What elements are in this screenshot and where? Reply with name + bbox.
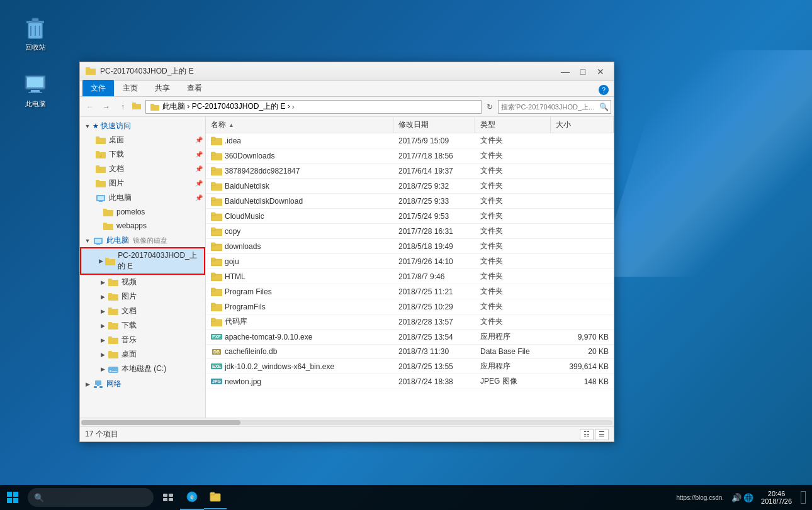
- this-pc-icon[interactable]: 此电脑: [13, 69, 58, 111]
- svg-rect-26: [98, 196, 104, 200]
- taskbar-search-icon: 🔍: [34, 493, 44, 502]
- table-row[interactable]: downloads 2018/5/18 19:49 文件夹: [206, 239, 614, 254]
- table-row[interactable]: 代码库 2018/2/28 13:57 文件夹: [206, 314, 614, 330]
- nav-item-desktop[interactable]: 桌面 📌: [80, 133, 205, 147]
- speaker-icon[interactable]: 🔊: [731, 493, 742, 502]
- network-header[interactable]: ▶ 网络: [80, 377, 205, 391]
- table-row[interactable]: DB cachefileinfo.db 2018/7/3 11:30 Data …: [206, 345, 614, 359]
- nav-item-downloads[interactable]: ↓ 下载 📌: [80, 147, 205, 162]
- network-tray-icon[interactable]: 🌐: [743, 493, 753, 502]
- minimize-button[interactable]: —: [557, 65, 573, 78]
- clock[interactable]: 20:46 2018/7/26: [756, 490, 797, 505]
- table-row[interactable]: 360Downloads 2017/7/18 18:56 文件夹: [206, 148, 614, 164]
- nav-item-documents[interactable]: 文档 📌: [80, 162, 205, 176]
- network-label: 网络: [106, 379, 121, 389]
- nav-item-local-disk[interactable]: ▶ 本地磁盘 (C:): [80, 362, 205, 376]
- show-desktop-button[interactable]: [797, 485, 809, 510]
- table-row[interactable]: HTML 2017/8/7 9:46 文件夹: [206, 269, 614, 284]
- nav-item-network-drive[interactable]: ▶ PC-20170403JHOD_上的 E: [80, 247, 205, 275]
- nav-item-desktop2[interactable]: ▶ 桌面: [80, 347, 205, 362]
- nav-item-images[interactable]: ▶ 图片: [80, 289, 205, 304]
- table-row[interactable]: goju 2017/9/26 14:10 文件夹: [206, 254, 614, 269]
- table-row[interactable]: CloudMusic 2017/5/24 9:53 文件夹: [206, 209, 614, 224]
- table-row[interactable]: BaiduNetdisk 2018/7/25 9:32 文件夹: [206, 179, 614, 194]
- svg-rect-93: [210, 492, 215, 495]
- explorer-window: PC-20170403JHOD_上的 E — □ ✕ 文件 主页 共享 查看 ?…: [79, 62, 614, 442]
- view-toggle-buttons: ☷ ☰: [580, 429, 609, 440]
- task-view-button[interactable]: [156, 485, 180, 510]
- file-name: Program Files: [225, 287, 272, 296]
- svg-rect-31: [103, 223, 107, 225]
- header-name[interactable]: 名称 ▲: [206, 117, 393, 133]
- forward-button[interactable]: →: [99, 99, 114, 114]
- up-button[interactable]: ↑: [115, 99, 130, 114]
- header-type[interactable]: 类型: [475, 117, 551, 133]
- nav-docs-label: 文档: [121, 306, 137, 316]
- horizontal-scrollbar[interactable]: [80, 418, 614, 426]
- table-row[interactable]: BaiduNetdiskDownload 2018/7/25 9:33 文件夹: [206, 194, 614, 209]
- table-row[interactable]: ProgramFils 2018/7/25 10:29 文件夹: [206, 299, 614, 314]
- header-date[interactable]: 修改日期: [393, 117, 475, 133]
- tab-file[interactable]: 文件: [82, 80, 114, 96]
- nav-item-videos[interactable]: ▶ 视频: [80, 275, 205, 289]
- file-size-cell: [551, 284, 614, 299]
- tab-view[interactable]: 查看: [179, 80, 210, 96]
- header-size[interactable]: 大小: [551, 117, 614, 133]
- file-date-cell: 2018/7/25 9:32: [393, 179, 475, 193]
- table-row[interactable]: 38789428ddc9821847 2017/6/14 19:37 文件夹: [206, 164, 614, 179]
- this-pc-section-header[interactable]: ▼ 此电脑 镜像的磁盘: [80, 234, 205, 247]
- recycle-bin-icon[interactable]: 回收站: [13, 13, 58, 55]
- taskbar-search[interactable]: 🔍: [28, 488, 154, 507]
- nav-item-docs[interactable]: ▶ 文档: [80, 304, 205, 318]
- file-date-cell: 2018/7/25 13:54: [393, 330, 475, 344]
- file-date-cell: 2017/9/26 14:10: [393, 254, 475, 269]
- file-type-cell: 应用程序: [475, 330, 551, 344]
- table-row[interactable]: .idea 2017/5/9 15:09 文件夹: [206, 133, 614, 148]
- tab-home[interactable]: 主页: [115, 80, 146, 96]
- refresh-button[interactable]: ↻: [483, 100, 497, 114]
- file-name: ProgramFils: [225, 302, 266, 311]
- nav-item-dl[interactable]: ▶ 下载: [80, 318, 205, 333]
- nav-item-pomelos[interactable]: pomelos: [80, 205, 205, 219]
- table-row[interactable]: EXE jdk-10.0.2_windows-x64_bin.exe 2018/…: [206, 359, 614, 374]
- maximize-button[interactable]: □: [575, 65, 591, 78]
- file-size-cell: [551, 254, 614, 269]
- address-path[interactable]: 此电脑 › PC-20170403JHOD_上的 E › ›: [145, 100, 482, 114]
- recycle-bin-img: [23, 15, 48, 40]
- file-size-cell: [551, 164, 614, 178]
- list-view-button[interactable]: ☷: [580, 429, 594, 440]
- downloads-icon: ↓: [95, 150, 106, 160]
- file-size-cell: 399,614 KB: [551, 359, 614, 374]
- svg-rect-22: [96, 165, 99, 168]
- svg-rect-69: [211, 228, 215, 231]
- file-icon: [211, 166, 222, 176]
- clock-time: 20:46: [768, 490, 786, 497]
- detail-view-button[interactable]: ☰: [595, 429, 609, 440]
- search-icon[interactable]: 🔍: [597, 100, 611, 114]
- close-button[interactable]: ✕: [592, 65, 609, 78]
- nav-item-pictures[interactable]: 图片 📌: [80, 176, 205, 191]
- file-size-cell: [551, 239, 614, 253]
- svg-rect-46: [108, 336, 112, 339]
- nav-item-webapps[interactable]: webapps: [80, 219, 205, 233]
- tab-share[interactable]: 共享: [147, 80, 178, 96]
- search-input[interactable]: [499, 101, 597, 113]
- nav-item-this-pc-quick[interactable]: 此电脑 📌: [80, 191, 205, 205]
- quick-access-header[interactable]: ▼ ★ 快速访问: [80, 119, 205, 133]
- back-button[interactable]: ←: [82, 99, 98, 114]
- table-row[interactable]: JPG newton.jpg 2018/7/24 18:38 JPEG 图像 1…: [206, 374, 614, 389]
- start-button[interactable]: [0, 485, 25, 510]
- explorer-taskbar-button[interactable]: [204, 485, 227, 509]
- file-name: 代码库: [225, 316, 247, 327]
- table-row[interactable]: copy 2017/7/28 16:31 文件夹: [206, 224, 614, 239]
- file-date-cell: 2018/5/18 19:49: [393, 239, 475, 253]
- table-row[interactable]: Program Files 2018/7/25 11:21 文件夹: [206, 284, 614, 299]
- file-name-cell: 38789428ddc9821847: [206, 164, 393, 178]
- ribbon-help-button[interactable]: ?: [594, 84, 614, 96]
- nav-item-music[interactable]: ▶ 音乐: [80, 333, 205, 347]
- pin-icon-this-pc: 📌: [195, 194, 203, 201]
- ie-taskbar-button[interactable]: e: [180, 485, 204, 510]
- system-tray: https://blog.csdn.: [674, 494, 729, 501]
- table-row[interactable]: EXE apache-tomcat-9.0.10.exe 2018/7/25 1…: [206, 330, 614, 345]
- file-name-cell: Program Files: [206, 284, 393, 299]
